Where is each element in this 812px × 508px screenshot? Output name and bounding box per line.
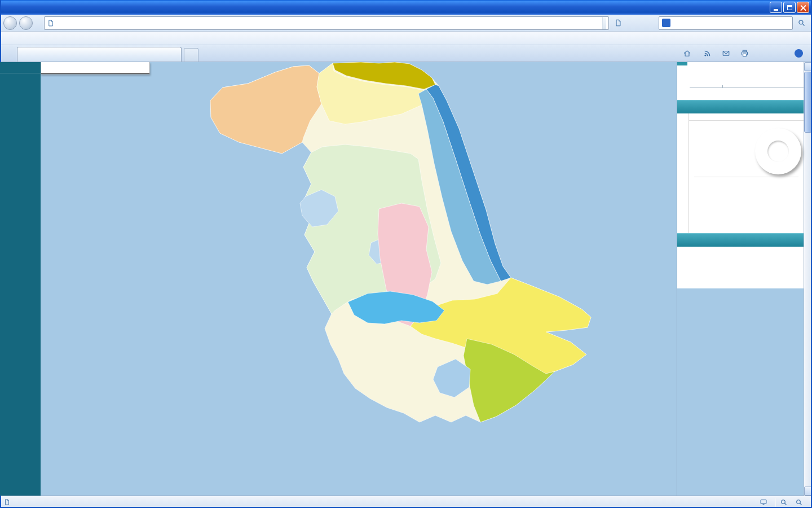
toolbar-right <box>680 47 810 60</box>
security-zone <box>760 498 770 506</box>
home-button[interactable] <box>680 47 696 60</box>
accident-location <box>694 177 798 181</box>
refresh-button[interactable] <box>627 16 641 30</box>
print-button[interactable] <box>738 47 752 60</box>
mail-icon <box>722 49 730 58</box>
favorites-button[interactable] <box>2 51 15 56</box>
accidents-tabs <box>677 113 689 233</box>
history-dropdown[interactable] <box>35 16 42 30</box>
sidebar <box>0 62 41 496</box>
stop-button[interactable] <box>643 16 656 30</box>
sidebar-item-system-settings[interactable] <box>0 62 41 73</box>
accidents-content <box>689 113 804 233</box>
status-page-icon <box>3 498 11 506</box>
chart-bottom-axis <box>722 88 797 97</box>
safety-menu-button[interactable] <box>768 51 775 56</box>
url-dropdown[interactable] <box>602 17 606 29</box>
right-panel <box>677 62 804 496</box>
compatibility-view-button[interactable] <box>611 16 625 30</box>
chart-top-axis <box>722 77 797 85</box>
forward-button[interactable] <box>19 16 33 30</box>
favorites-bar <box>0 45 812 62</box>
scroll-down-button[interactable] <box>804 487 812 496</box>
help-menu-button[interactable] <box>792 47 807 60</box>
accidents-panel-header[interactable] <box>677 100 804 113</box>
address-bar <box>0 15 812 32</box>
search-box[interactable] <box>659 16 793 30</box>
read-mail-button[interactable] <box>719 47 733 60</box>
ports-bar-chart <box>677 62 804 100</box>
contacts-panel-header[interactable] <box>677 233 804 247</box>
new-tab-stub[interactable] <box>184 48 198 62</box>
content-area <box>0 62 812 496</box>
tools-menu-button[interactable] <box>780 51 787 56</box>
minimize-button[interactable] <box>770 2 782 13</box>
zoom-tool-button[interactable] <box>780 498 791 506</box>
contacts-panel <box>677 247 804 288</box>
feeds-button[interactable] <box>700 47 714 60</box>
distribution-area <box>689 128 804 175</box>
status-message <box>3 498 14 506</box>
status-divider <box>775 498 775 507</box>
scrollbar-thumb[interactable] <box>804 72 812 133</box>
more-link[interactable] <box>41 62 149 74</box>
donut-hole <box>767 141 789 162</box>
jiangsu-province-map <box>41 62 677 496</box>
home-icon <box>683 49 691 58</box>
back-button[interactable] <box>3 16 17 30</box>
page-icon <box>47 19 55 27</box>
url-box[interactable] <box>44 16 609 30</box>
scrollbar-track[interactable] <box>804 71 812 487</box>
page-menu-button[interactable] <box>756 51 764 56</box>
search-go-button[interactable] <box>795 16 809 30</box>
chart-gridlines <box>722 85 797 87</box>
status-bar <box>0 496 812 508</box>
zoom-level-button[interactable] <box>795 498 809 506</box>
browser-window <box>0 0 812 508</box>
update-badge <box>677 62 687 65</box>
printer-icon <box>740 49 749 58</box>
zoom-icon <box>795 498 803 506</box>
vertical-scrollbar[interactable] <box>804 62 812 496</box>
magnifier-icon <box>797 19 806 27</box>
menu-bar <box>0 32 812 45</box>
accidents-donut-chart <box>755 128 801 174</box>
intranet-icon <box>760 498 767 506</box>
accidents-panel <box>677 113 804 233</box>
rss-icon <box>703 49 712 58</box>
accidents-summary <box>689 121 804 125</box>
minimize-icon <box>774 9 778 11</box>
close-button[interactable] <box>797 2 809 13</box>
restore-icon <box>787 5 792 10</box>
magnifier-icon <box>780 498 788 506</box>
compatibility-icon <box>614 19 623 27</box>
tab-main[interactable] <box>17 47 182 62</box>
monthly-stats-title <box>689 113 804 121</box>
right-panel-filler <box>677 288 804 496</box>
quick-panel <box>41 62 150 75</box>
map-area[interactable] <box>41 62 677 496</box>
scroll-up-button[interactable] <box>804 62 812 71</box>
google-logo-icon <box>662 19 670 27</box>
help-icon <box>795 49 803 58</box>
title-bar[interactable] <box>0 0 812 15</box>
status-right <box>760 498 809 507</box>
restore-button[interactable] <box>783 2 796 13</box>
